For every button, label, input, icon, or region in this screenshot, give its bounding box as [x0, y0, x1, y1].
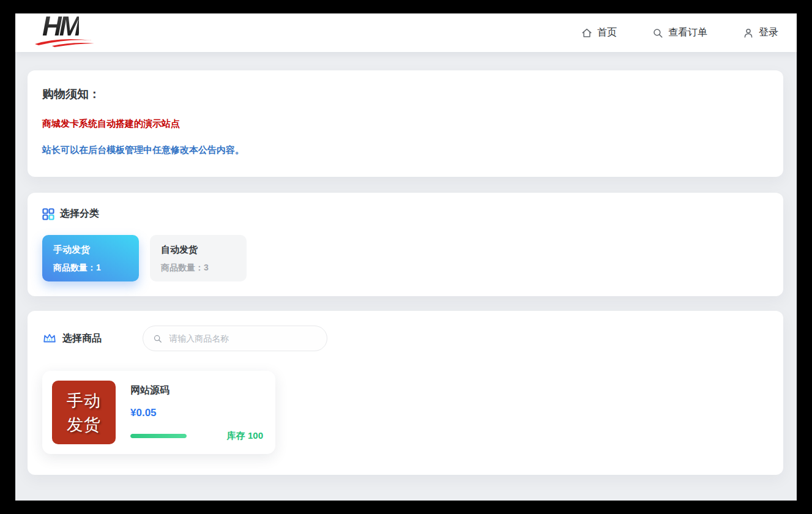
header: HM 首页 查看订单 [15, 13, 797, 52]
product-name: 网站源码 [130, 384, 263, 397]
notice-line-blue: 站长可以在后台模板管理中任意修改本公告内容。 [42, 144, 769, 156]
user-icon [743, 28, 754, 39]
product-info: 网站源码 ¥0.05 库存 100 [130, 381, 263, 444]
nav-label: 查看订单 [668, 26, 707, 39]
notice-title: 购物须知： [42, 86, 769, 102]
product-search-input[interactable] [168, 333, 317, 344]
product-price: ¥0.05 [130, 407, 263, 419]
category-icon [42, 208, 54, 220]
category-section: 选择分类 手动发货 商品数量：1 自动发货 商品数量：3 [28, 193, 783, 296]
product-section-title: 选择商品 [62, 332, 102, 345]
product-item[interactable]: 手动 发货 网站源码 ¥0.05 库存 100 [42, 371, 275, 454]
category-count: 商品数量：3 [161, 263, 236, 274]
home-icon [581, 28, 592, 39]
category-count: 商品数量：1 [53, 263, 128, 274]
product-section: 选择商品 手动 发货 网站源码 ¥0.05 [28, 311, 783, 475]
product-thumbnail: 手动 发货 [52, 381, 116, 444]
logo[interactable]: HM [34, 15, 95, 51]
nav-label: 首页 [597, 26, 617, 39]
product-section-header: 选择商品 [42, 326, 769, 351]
nav-item-orders[interactable]: 查看订单 [652, 26, 707, 39]
category-section-header: 选择分类 [42, 207, 769, 220]
crown-icon [42, 332, 57, 345]
main-nav: 首页 查看订单 登录 [581, 26, 778, 39]
search-icon [652, 28, 663, 39]
stock-progress-track [130, 434, 187, 438]
stock-progress-fill [130, 434, 187, 438]
page: HM 首页 查看订单 [15, 13, 797, 501]
nav-item-login[interactable]: 登录 [743, 26, 778, 39]
search-input-icon [153, 333, 162, 344]
thumb-text-line2: 发货 [67, 412, 101, 436]
nav-item-home[interactable]: 首页 [581, 26, 617, 39]
category-chip-manual[interactable]: 手动发货 商品数量：1 [42, 235, 139, 281]
notice-card: 购物须知： 商城发卡系统自动搭建的演示站点 站长可以在后台模板管理中任意修改本公… [28, 70, 783, 177]
category-name: 自动发货 [161, 244, 236, 256]
main-content: 购物须知： 商城发卡系统自动搭建的演示站点 站长可以在后台模板管理中任意修改本公… [15, 52, 797, 475]
category-name: 手动发货 [53, 244, 128, 256]
product-stock-row: 库存 100 [130, 430, 263, 442]
category-section-title: 选择分类 [60, 207, 99, 220]
product-search [143, 326, 327, 351]
thumb-text-line1: 手动 [67, 389, 101, 412]
notice-line-red: 商城发卡系统自动搭建的演示站点 [42, 118, 769, 130]
category-list: 手动发货 商品数量：1 自动发货 商品数量：3 [42, 235, 769, 281]
stock-label: 库存 100 [227, 430, 263, 442]
logo-swoosh-icon [34, 35, 95, 48]
category-chip-auto[interactable]: 自动发货 商品数量：3 [150, 235, 247, 281]
nav-label: 登录 [759, 26, 778, 39]
